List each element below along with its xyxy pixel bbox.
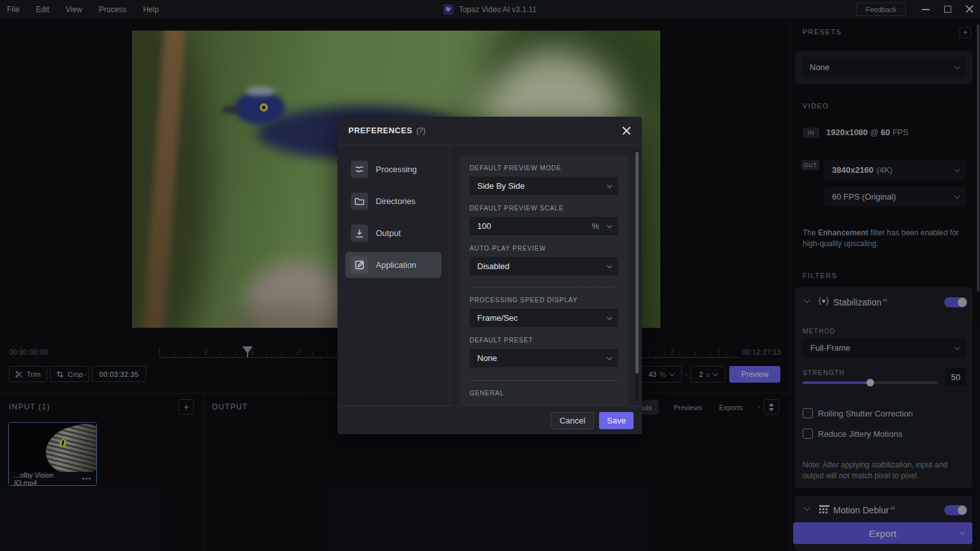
dialog-nav: Processing Directories Output (338, 145, 450, 406)
chevron-down-icon (607, 223, 612, 228)
dialog-content: DEFAULT PREVIEW MODE Side By Side DEFAUL… (450, 145, 642, 406)
nav-item-application[interactable]: Application (345, 252, 442, 278)
nav-label: Processing (376, 165, 417, 174)
nav-label: Output (376, 228, 401, 238)
preview-scale-input[interactable]: 100 % (470, 217, 618, 235)
nav-item-processing[interactable]: Processing (345, 156, 442, 182)
dashed-divider (470, 287, 618, 288)
cancel-button[interactable]: Cancel (551, 412, 594, 429)
dialog-close-button[interactable] (622, 126, 631, 135)
dialog-header: PREFERENCES (?) (338, 117, 642, 145)
field-preview-scale: DEFAULT PREVIEW SCALE 100 % (470, 205, 618, 235)
download-icon (351, 224, 368, 242)
scrollbar-thumb[interactable] (635, 152, 639, 374)
dialog-title: PREFERENCES (348, 126, 412, 135)
app-window: File Edit View Process Help Topaz Video … (0, 0, 980, 551)
field-value: Disabled (477, 261, 510, 271)
field-value: Frame/Sec (477, 313, 518, 323)
field-preview-mode: DEFAULT PREVIEW MODE Side By Side (470, 165, 618, 195)
general-header: GENERAL (470, 390, 618, 397)
autoplay-select[interactable]: Disabled (470, 257, 618, 276)
chevron-down-icon (607, 182, 612, 187)
field-value: 100 (477, 221, 491, 231)
dialog-footer: Cancel Save (338, 406, 642, 434)
chevron-down-icon (607, 263, 612, 268)
processing-icon (351, 161, 368, 178)
save-button[interactable]: Save (599, 412, 634, 429)
field-value: None (477, 353, 497, 363)
nav-label: Application (376, 260, 417, 270)
field-speed-display: PROCESSING SPEED DISPLAY Frame/Sec (470, 297, 618, 327)
field-label: AUTO-PLAY PREVIEW (470, 245, 618, 252)
section-divider (470, 380, 618, 381)
field-label: PROCESSING SPEED DISPLAY (470, 297, 618, 304)
default-preset-select[interactable]: None (470, 349, 618, 367)
field-default-preset: DEFAULT PRESET None (470, 337, 618, 367)
nav-label: Directories (376, 196, 415, 206)
percent-unit: % (591, 221, 599, 231)
application-settings: DEFAULT PREVIEW MODE Side By Side DEFAUL… (460, 156, 628, 406)
chevron-down-icon (607, 314, 612, 320)
application-icon (351, 256, 368, 274)
speed-display-select[interactable]: Frame/Sec (470, 309, 618, 327)
nav-item-directories[interactable]: Directories (345, 188, 442, 214)
preferences-dialog: PREFERENCES (?) Processing Directories (338, 117, 642, 434)
nav-item-output[interactable]: Output (345, 220, 442, 246)
dialog-scrollbar[interactable] (635, 149, 639, 401)
chevron-down-icon (607, 355, 612, 360)
field-value: Side By Side (477, 181, 524, 191)
preview-mode-select[interactable]: Side By Side (470, 177, 618, 195)
field-label: DEFAULT PRESET (470, 337, 618, 344)
folder-icon (351, 193, 368, 210)
field-label: DEFAULT PREVIEW SCALE (470, 205, 618, 212)
field-label: DEFAULT PREVIEW MODE (470, 165, 618, 172)
dialog-help-hint[interactable]: (?) (416, 126, 426, 135)
field-autoplay: AUTO-PLAY PREVIEW Disabled (470, 245, 618, 276)
